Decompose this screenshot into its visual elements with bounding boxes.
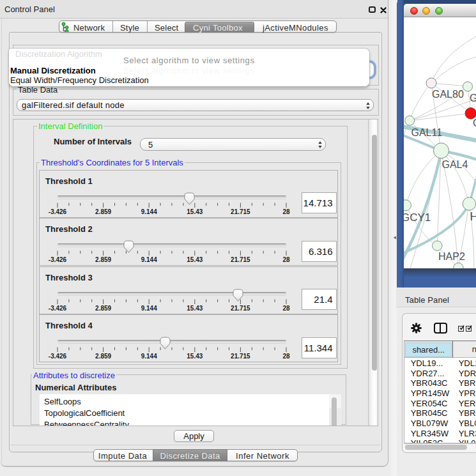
svg-text:CY: CY — [473, 118, 476, 128]
svg-text:GAL4: GAL4 — [442, 159, 468, 170]
svg-text:GAL80: GAL80 — [432, 89, 464, 100]
svg-text:HAP2: HAP2 — [438, 251, 465, 262]
svg-text:GAL11: GAL11 — [411, 127, 443, 138]
svg-text:GCY1: GCY1 — [404, 211, 431, 224]
svg-text:HI: HI — [470, 210, 476, 223]
svg-text:GAL3: GAL3 — [470, 93, 476, 104]
